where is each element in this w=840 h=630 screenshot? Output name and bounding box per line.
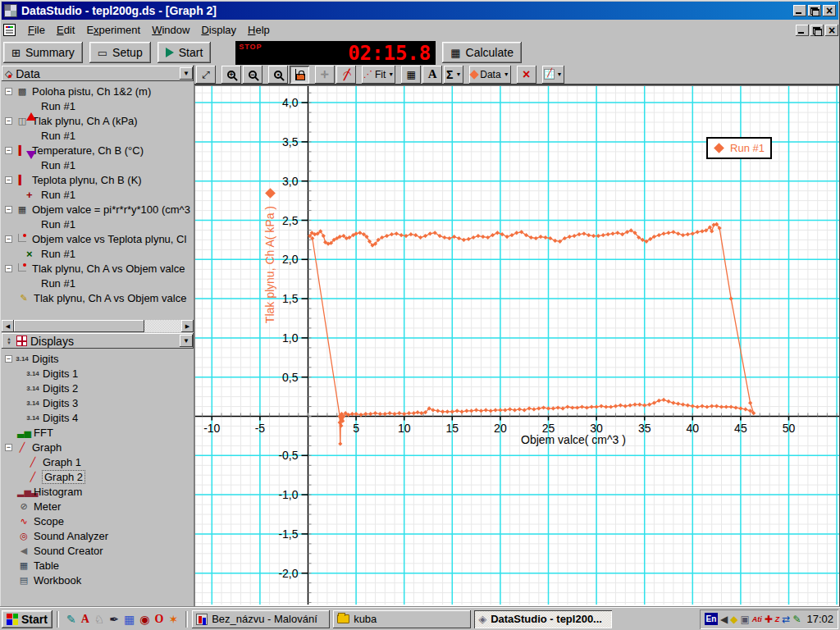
data-run-item[interactable]: Run #1 <box>2 217 194 231</box>
menu-edit[interactable]: Edit <box>51 22 80 38</box>
child-minimize-button[interactable] <box>796 25 809 36</box>
taskbar-task-datastudio[interactable]: ◈DataStudio - tepl200... <box>474 610 612 628</box>
text-tool-button[interactable]: A <box>422 66 442 84</box>
scale-to-fit-button[interactable]: ⤢ <box>196 66 216 84</box>
data-run-item[interactable]: Run #1 <box>2 158 194 172</box>
close-button[interactable] <box>823 5 836 16</box>
display-tree-item[interactable]: −╱Graph <box>2 440 194 454</box>
data-run-item[interactable]: Run #1 <box>2 128 194 143</box>
display-child-item[interactable]: ╱Graph 2 <box>2 469 194 484</box>
data-run-item[interactable]: +Run #1 <box>2 187 194 202</box>
taskbar-task-paint[interactable]: Bez_názvu - Malování <box>192 610 330 628</box>
expand-icon[interactable]: − <box>5 265 12 272</box>
data-tree-item[interactable]: −▦Objem valce = pi*r*r*y*100 (cm^3 <box>2 202 194 217</box>
antivirus-icon[interactable]: ✚ <box>765 614 773 625</box>
expand-icon[interactable]: − <box>5 117 12 125</box>
data-run-item[interactable]: Run #1 <box>2 276 194 290</box>
graph-settings-button-arrow-icon[interactable]: ▼ <box>557 71 563 77</box>
statistics-button[interactable]: Σ▼ <box>444 66 463 84</box>
display-tree-item[interactable]: ▦Table <box>2 558 194 573</box>
graph-display[interactable]: 4,03,53,02,52,01,51,00,5-0,5-1,0-1,5-2,0… <box>194 85 839 606</box>
hscroll-thumb[interactable] <box>14 320 144 332</box>
displays-panel-dropdown[interactable]: ▼ <box>180 335 193 347</box>
child-restore-button[interactable] <box>810 25 824 36</box>
display-tree-item[interactable]: −3.14Digits <box>2 351 194 366</box>
data-run-item[interactable]: ×Run #1 <box>2 246 194 261</box>
quicklaunch-dragon-icon[interactable]: ◉ <box>139 613 149 626</box>
legend[interactable]: Run #1 <box>706 137 772 159</box>
data-tree-hscrollbar[interactable]: ◀ ▶ <box>2 320 194 332</box>
restore-button[interactable] <box>808 5 821 16</box>
data-tree-item[interactable]: −▩Poloha pistu, Ch 1&2 (m) <box>2 84 194 98</box>
menu-window[interactable]: Window <box>146 22 195 38</box>
expand-icon[interactable]: − <box>5 206 12 213</box>
smart-tool-button[interactable]: ✛ <box>315 66 335 84</box>
fit-menu-button[interactable]: ⋰Fit▼ <box>362 66 395 84</box>
expand-icon[interactable]: − <box>5 88 12 95</box>
expand-icon[interactable]: − <box>5 444 12 451</box>
display-tree-item[interactable]: ◀Sound Creator <box>2 543 194 558</box>
display-child-item[interactable]: ╱Graph 1 <box>2 454 194 469</box>
quicklaunch-burner-icon[interactable]: ✶ <box>168 613 178 626</box>
start-menu-button[interactable]: Start <box>2 610 52 628</box>
display-tree-item[interactable]: ▂▅▃Histogram <box>2 484 194 499</box>
power-icon[interactable]: Z <box>775 615 780 623</box>
data-run-item[interactable]: Run #1 <box>2 98 194 113</box>
document-icon[interactable] <box>3 24 16 36</box>
data-tree-item[interactable]: ✎Tlak plynu, Ch A vs Objem valce <box>2 290 194 305</box>
slope-tool-button[interactable]: ◠╱ <box>336 66 356 84</box>
quicklaunch-opera-icon[interactable]: O <box>155 613 164 626</box>
zoom-in-button[interactable]: + <box>221 66 241 84</box>
fit-menu-button-arrow-icon[interactable]: ▼ <box>388 71 394 77</box>
quicklaunch-acrobat-icon[interactable]: A <box>81 613 89 626</box>
scroll-left-icon[interactable]: ◀ <box>2 320 14 332</box>
ati-icon[interactable]: Ati <box>752 615 762 623</box>
quicklaunch-calculator-icon[interactable]: ▦ <box>124 613 135 626</box>
menu-help[interactable]: Help <box>242 22 276 38</box>
display-tree-item[interactable]: ▤Workbook <box>2 573 194 587</box>
displays-panel-header[interactable]: ▲▼ Displays ▼ <box>2 333 194 349</box>
pen-tool-icon[interactable]: ✎ <box>792 614 801 625</box>
language-indicator[interactable]: En <box>705 613 718 625</box>
display-tree-item[interactable]: ▃▅FFT <box>2 425 194 440</box>
quicklaunch-notes-icon[interactable]: ✎ <box>66 613 76 626</box>
summary-button[interactable]: ⊞ Summary <box>3 42 83 63</box>
statistics-button-arrow-icon[interactable]: ▼ <box>456 71 462 77</box>
display-tree-item[interactable]: ◎Sound Analyzer <box>2 528 194 543</box>
display-child-item[interactable]: 3.14Digits 3 <box>2 395 194 410</box>
data-menu-button-arrow-icon[interactable]: ▼ <box>504 71 509 77</box>
lock-axes-button[interactable] <box>290 66 309 84</box>
scheduler-icon[interactable]: ▣ <box>740 614 749 625</box>
quicklaunch-pen-icon[interactable]: ✒ <box>109 613 119 626</box>
delete-button[interactable]: × <box>517 66 536 84</box>
data-tree-item[interactable]: −Objem valce vs Teplota plynu, Cl <box>2 231 194 246</box>
graph-settings-button[interactable]: ▼ <box>542 66 564 84</box>
panel-splitter-icon[interactable]: ▲▼ <box>5 337 13 345</box>
minimize-button[interactable] <box>793 5 806 16</box>
sync-icon[interactable]: ⇄ <box>782 614 790 625</box>
setup-button[interactable]: ▭ Setup <box>89 42 151 63</box>
zoom-out-button[interactable]: − <box>243 66 262 84</box>
scroll-right-icon[interactable]: ▶ <box>181 320 194 332</box>
quicklaunch-assistant-icon[interactable]: ♘ <box>94 613 105 626</box>
display-tree-item[interactable]: ⊘Meter <box>2 499 194 514</box>
child-close-button[interactable] <box>825 25 838 36</box>
data-panel-header[interactable]: ◇ Data ▼ <box>2 66 194 81</box>
volume-icon[interactable]: ◀ <box>720 614 728 625</box>
zoom-select-button[interactable]: ▪ <box>268 66 288 84</box>
menu-experiment[interactable]: Experiment <box>80 22 146 38</box>
data-menu-button[interactable]: Data▼ <box>469 66 510 84</box>
menu-file[interactable]: File <box>22 22 51 38</box>
expand-icon[interactable]: − <box>5 147 12 154</box>
display-child-item[interactable]: 3.14Digits 1 <box>2 366 194 381</box>
expand-icon[interactable]: − <box>5 176 12 184</box>
menu-display[interactable]: Display <box>195 22 242 38</box>
expand-icon[interactable]: − <box>5 355 12 363</box>
calculate-tool-button[interactable]: ▦ <box>401 66 421 84</box>
taskbar-task-folder[interactable]: kuba <box>333 610 471 628</box>
display-tree-item[interactable]: ∿Scope <box>2 514 194 528</box>
calculate-button[interactable]: ▦ Calculate <box>442 42 522 63</box>
display-settings-icon[interactable]: ◆ <box>730 614 737 625</box>
display-child-item[interactable]: 3.14Digits 2 <box>2 381 194 395</box>
data-tree-item[interactable]: −▍Teplota plynu, Ch B (K) <box>2 172 194 187</box>
